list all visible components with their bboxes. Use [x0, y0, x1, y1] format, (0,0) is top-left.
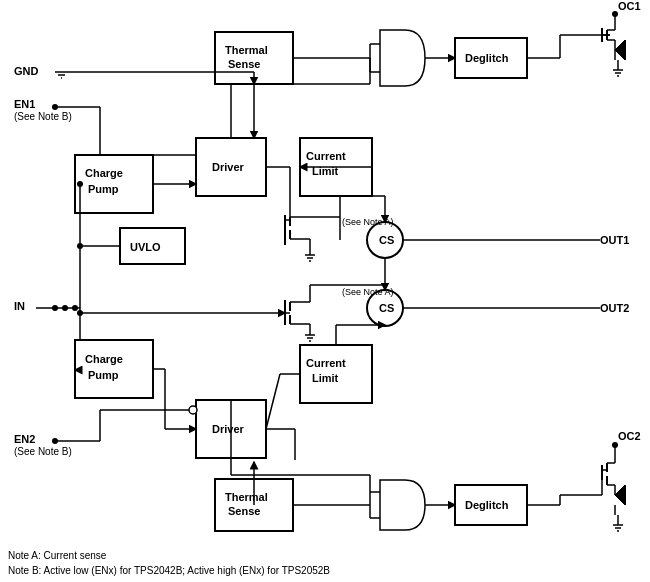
en1-label: EN1 [14, 98, 35, 110]
svg-point-91 [77, 310, 83, 316]
svg-point-69 [72, 305, 78, 311]
current-limit-1: Current [306, 150, 346, 162]
oc2-label: OC2 [618, 430, 641, 442]
out2-label: OUT2 [600, 302, 629, 314]
svg-text:Pump: Pump [88, 183, 119, 195]
charge-pump-2: Charge [85, 353, 123, 365]
note-b: Note B: Active low (ENx) for TPS2042B; A… [8, 563, 330, 578]
uvlo: UVLO [130, 241, 161, 253]
oc1-label: OC1 [618, 0, 641, 12]
current-limit-2: Current [306, 357, 346, 369]
in-label: IN [14, 300, 25, 312]
svg-point-67 [52, 305, 58, 311]
deglitch-2: Deglitch [465, 499, 509, 511]
svg-point-113 [189, 406, 197, 414]
svg-text:Pump: Pump [88, 369, 119, 381]
svg-text:Sense: Sense [228, 58, 260, 70]
svg-point-71 [77, 181, 83, 187]
cs-1: CS [379, 234, 394, 246]
charge-pump-1: Charge [85, 167, 123, 179]
gnd-label: GND [14, 65, 39, 77]
see-note-a-2: (See Note A) [342, 287, 394, 297]
out1-label: OUT1 [600, 234, 629, 246]
en2-label: EN2 [14, 433, 35, 445]
driver-2: Driver [212, 423, 245, 435]
en2-note: (See Note B) [14, 446, 72, 457]
svg-text:Limit: Limit [312, 372, 339, 384]
deglitch-1: Deglitch [465, 52, 509, 64]
svg-marker-27 [615, 40, 625, 60]
svg-point-68 [62, 305, 68, 311]
driver-1: Driver [212, 161, 245, 173]
svg-point-110 [52, 438, 58, 444]
svg-point-75 [77, 243, 83, 249]
svg-text:Sense: Sense [228, 505, 260, 517]
block-diagram: GND EN1 (See Note B) Thermal Sense [0, 0, 650, 540]
see-note-a-1: (See Note A) [342, 217, 394, 227]
en1-note: (See Note B) [14, 111, 72, 122]
notes-section: Note A: Current sense Note B: Active low… [0, 544, 338, 582]
thermal-sense-2: Thermal [225, 491, 268, 503]
svg-line-98 [266, 374, 280, 429]
note-a: Note A: Current sense [8, 548, 330, 563]
svg-point-4 [52, 104, 58, 110]
svg-marker-136 [615, 485, 625, 505]
thermal-sense-1: Thermal [225, 44, 268, 56]
cs-2: CS [379, 302, 394, 314]
